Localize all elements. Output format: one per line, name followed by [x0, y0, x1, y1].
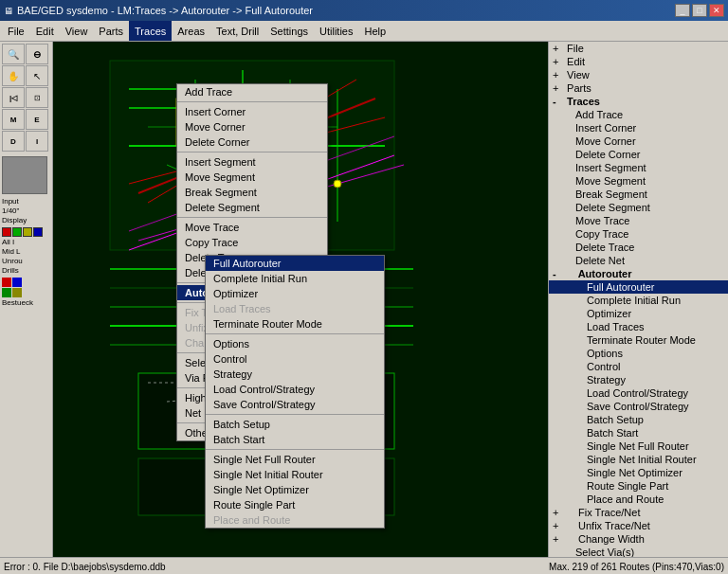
tree-insert-corner[interactable]: Insert Corner	[549, 121, 728, 135]
svg-point-27	[334, 180, 341, 188]
tree-single-net-full[interactable]: Single Net Full Router	[549, 439, 728, 453]
menu-insert-segment[interactable]: Insert Segment	[177, 154, 327, 170]
sub-options[interactable]: Options	[206, 336, 384, 351]
sub-control[interactable]: Control	[206, 351, 384, 367]
menu-utilities[interactable]: Utilities	[314, 21, 358, 41]
tree-traces[interactable]: - Traces	[549, 95, 728, 108]
menu-view[interactable]: View	[60, 21, 94, 41]
swatch-layer2[interactable]	[12, 278, 22, 287]
canvas-area[interactable]: Add Trace Insert Corner Move Corner Dele…	[53, 42, 548, 557]
tree-single-net-opt[interactable]: Single Net Optimizer	[549, 466, 728, 479]
maximize-button[interactable]: □	[692, 4, 707, 17]
tree-save-control-strategy[interactable]: Save Control/Strategy	[549, 400, 728, 413]
tree-complete-initial-run[interactable]: Complete Initial Run	[549, 294, 728, 307]
tree-full-autorouter[interactable]: Full Autorouter	[549, 280, 728, 294]
tb-tool2[interactable]: ⊡	[26, 87, 48, 108]
sub-batch-setup[interactable]: Batch Setup	[206, 417, 384, 432]
tree-move-trace[interactable]: Move Trace	[549, 214, 728, 227]
tree-load-control-strategy[interactable]: Load Control/Strategy	[549, 386, 728, 400]
info-scale: 1/40"	[2, 206, 50, 215]
menu-break-segment[interactable]: Break Segment	[177, 185, 327, 200]
tree-add-trace[interactable]: Add Trace	[549, 108, 728, 121]
menu-parts[interactable]: Parts	[93, 21, 129, 41]
tree-single-net-initial[interactable]: Single Net Initial Router	[549, 453, 728, 466]
sub-single-net-full-router[interactable]: Single Net Full Router	[206, 452, 384, 467]
menu-copy-trace[interactable]: Copy Trace	[177, 235, 327, 250]
tree-autorouter[interactable]: - Autorouter	[549, 267, 728, 280]
tree-break-segment[interactable]: Break Segment	[549, 188, 728, 201]
sub-full-autorouter[interactable]: Full Autorouter	[206, 256, 384, 271]
close-button[interactable]: ✕	[709, 4, 724, 17]
tree-optimizer[interactable]: Optimizer	[549, 307, 728, 320]
sub-batch-start[interactable]: Batch Start	[206, 432, 384, 447]
sub-route-single-part[interactable]: Route Single Part	[206, 497, 384, 512]
tree-delete-segment[interactable]: Delete Segment	[549, 201, 728, 214]
tree-edit[interactable]: + Edit	[549, 55, 728, 68]
menu-file[interactable]: File	[2, 21, 30, 41]
tree-insert-segment[interactable]: Insert Segment	[549, 161, 728, 174]
tree-batch-start[interactable]: Batch Start	[549, 426, 728, 439]
tb-tool5[interactable]: D	[2, 131, 25, 152]
tree-delete-trace[interactable]: Delete Trace	[549, 241, 728, 254]
menu-edit[interactable]: Edit	[30, 21, 60, 41]
tree-view[interactable]: + View	[549, 68, 728, 81]
tree-strategy[interactable]: Strategy	[549, 373, 728, 386]
menu-add-trace[interactable]: Add Trace	[177, 84, 327, 99]
menu-move-segment[interactable]: Move Segment	[177, 170, 327, 185]
tree-control[interactable]: Control	[549, 360, 728, 373]
menu-traces[interactable]: Traces	[129, 21, 172, 41]
sub-place-and-route: Place and Route	[206, 512, 384, 528]
tree-copy-trace[interactable]: Copy Trace	[549, 227, 728, 241]
tree-parts[interactable]: + Parts	[549, 81, 728, 95]
tree-route-single-part[interactable]: Route Single Part	[549, 479, 728, 493]
tree-file[interactable]: + File	[549, 42, 728, 55]
tb-tool1[interactable]: |◁	[2, 87, 25, 108]
tree-terminate-router[interactable]: Terminate Router Mode	[549, 333, 728, 347]
menu-delete-segment[interactable]: Delete Segment	[177, 200, 327, 215]
tb-tool6[interactable]: I	[26, 131, 48, 152]
sub-single-net-initial-router[interactable]: Single Net Initial Router	[206, 467, 384, 482]
swatch-2	[12, 227, 22, 237]
sub-single-net-optimizer[interactable]: Single Net Optimizer	[206, 482, 384, 497]
tree-change-width[interactable]: + Change Width	[549, 532, 728, 546]
menu-move-trace[interactable]: Move Trace	[177, 220, 327, 235]
swatch-layer4[interactable]	[12, 288, 22, 297]
menu-delete-corner[interactable]: Delete Corner	[177, 135, 327, 150]
tree-batch-setup[interactable]: Batch Setup	[549, 413, 728, 426]
tb-select[interactable]: ↖	[26, 65, 48, 86]
sub-strategy[interactable]: Strategy	[206, 367, 384, 382]
sub-save-control-strategy[interactable]: Save Control/Strategy	[206, 397, 384, 412]
sub-complete-initial-run[interactable]: Complete Initial Run	[206, 271, 384, 286]
minimize-button[interactable]: _	[675, 4, 690, 17]
tree-delete-net[interactable]: Delete Net	[549, 254, 728, 267]
tree-move-segment[interactable]: Move Segment	[549, 174, 728, 188]
swatch-layer1[interactable]	[2, 278, 11, 287]
tree-place-and-route[interactable]: Place and Route	[549, 493, 728, 506]
tree-options[interactable]: Options	[549, 347, 728, 360]
menu-settings[interactable]: Settings	[264, 21, 314, 41]
menu-help[interactable]: Help	[358, 21, 391, 41]
tree-delete-corner[interactable]: Delete Corner	[549, 148, 728, 161]
sub-load-traces: Load Traces	[206, 301, 384, 316]
tree-move-corner[interactable]: Move Corner	[549, 135, 728, 148]
tb-tool4[interactable]: E	[26, 109, 48, 130]
tree-fix-trace-net[interactable]: + Fix Trace/Net	[549, 506, 728, 519]
sub-load-control-strategy[interactable]: Load Control/Strategy	[206, 382, 384, 397]
tb-pan[interactable]: ✋	[2, 65, 25, 86]
tree-unfix-trace-net[interactable]: + Unfix Trace/Net	[549, 519, 728, 532]
tb-tool3[interactable]: M	[2, 109, 25, 130]
tb-zoom-in[interactable]: 🔍	[2, 44, 25, 64]
menu-areas[interactable]: Areas	[172, 21, 210, 41]
tree-select-vias[interactable]: Select Via(s)	[549, 546, 728, 557]
menu-move-corner[interactable]: Move Corner	[177, 119, 327, 135]
tb-zoom-out[interactable]: ⊖	[26, 44, 48, 64]
swatch-layer3[interactable]	[2, 288, 11, 297]
menu-insert-corner[interactable]: Insert Corner	[177, 104, 327, 119]
menu-text-drill[interactable]: Text, Drill	[210, 21, 264, 41]
tree-load-traces[interactable]: Load Traces	[549, 320, 728, 333]
right-panel: + File + Edit + View + Parts - Traces Ad…	[548, 42, 728, 557]
sep1	[177, 101, 327, 102]
info-display: Display	[2, 216, 50, 224]
sub-terminate-router[interactable]: Terminate Router Mode	[206, 316, 384, 332]
sub-optimizer[interactable]: Optimizer	[206, 286, 384, 301]
